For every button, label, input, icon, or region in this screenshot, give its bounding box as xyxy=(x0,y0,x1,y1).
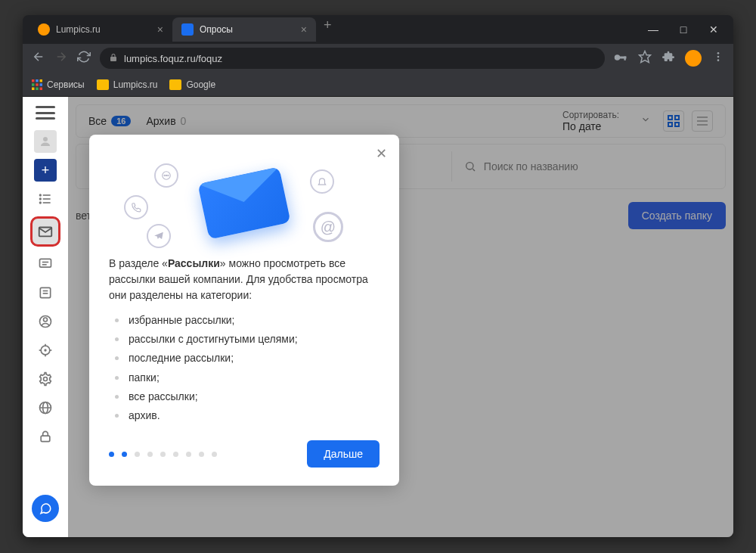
profile-icon[interactable] xyxy=(34,310,57,333)
profile-avatar[interactable] xyxy=(685,50,702,67)
favicon-orange xyxy=(38,23,50,36)
tab-close[interactable]: × xyxy=(157,23,163,36)
lock-icon xyxy=(109,53,118,64)
titlebar: Lumpics.ru × Опросы × + — □ ✕ xyxy=(23,15,733,44)
svg-rect-33 xyxy=(40,259,51,267)
sidebar: + xyxy=(23,97,68,537)
tab-foquz[interactable]: Опросы × xyxy=(172,17,316,42)
minimize-button[interactable]: — xyxy=(646,23,661,36)
user-icon[interactable] xyxy=(34,130,57,153)
dot[interactable] xyxy=(135,452,140,457)
apps-label: Сервисы xyxy=(47,79,85,90)
bookmark-google[interactable]: Google xyxy=(169,79,215,90)
list-item: архив. xyxy=(115,406,380,425)
svg-rect-15 xyxy=(40,87,43,90)
mail-icon[interactable] xyxy=(30,216,60,247)
bookmark-label: Google xyxy=(186,79,215,90)
dot[interactable] xyxy=(173,452,178,457)
svg-rect-11 xyxy=(36,83,39,86)
svg-point-6 xyxy=(717,59,720,61)
svg-rect-2 xyxy=(624,57,626,61)
browser-window: Lumpics.ru × Опросы × + — □ ✕ xyxy=(23,15,733,537)
dot[interactable] xyxy=(122,452,127,457)
speech-icon xyxy=(154,163,178,188)
svg-point-40 xyxy=(44,318,48,322)
svg-point-53 xyxy=(164,175,165,176)
tab-lumpics[interactable]: Lumpics.ru × xyxy=(29,17,172,42)
svg-point-25 xyxy=(43,137,48,141)
svg-point-30 xyxy=(40,202,42,203)
apps-button[interactable]: Сервисы xyxy=(32,79,85,90)
onboarding-modal: ✕ @ В разделе «Рас xyxy=(89,135,399,486)
phone-icon xyxy=(124,195,148,219)
svg-rect-12 xyxy=(40,83,43,86)
folder-icon xyxy=(97,79,109,90)
dot[interactable] xyxy=(109,452,114,457)
dot[interactable] xyxy=(160,452,166,457)
modal-text: В разделе «Рассылки» можно просмотреть в… xyxy=(109,256,380,303)
svg-point-28 xyxy=(40,198,42,200)
svg-point-55 xyxy=(168,175,169,176)
tab-label: Опросы xyxy=(200,24,233,35)
page: Все 16 Архив 0 Сортировать: По дате xyxy=(23,97,733,537)
svg-rect-13 xyxy=(32,87,35,90)
list-item: рассылки с достигнутыми целями; xyxy=(115,330,380,349)
svg-point-4 xyxy=(717,52,720,54)
tab-close[interactable]: × xyxy=(301,23,307,36)
bell-icon xyxy=(310,169,334,194)
support-chat-button[interactable] xyxy=(32,495,59,522)
address-bar: lumpics.foquz.ru/foquz xyxy=(23,44,733,73)
list-item: все рассылки; xyxy=(115,387,380,406)
target-icon[interactable] xyxy=(34,339,57,362)
svg-point-5 xyxy=(717,56,720,58)
svg-point-42 xyxy=(45,350,46,351)
favicon-blue xyxy=(181,23,194,36)
svg-rect-7 xyxy=(32,79,35,82)
at-icon: @ xyxy=(313,212,343,242)
add-button[interactable]: + xyxy=(34,159,57,182)
settings-icon[interactable] xyxy=(34,368,57,390)
svg-point-0 xyxy=(615,54,621,61)
envelope-icon xyxy=(197,166,290,239)
maximize-button[interactable]: □ xyxy=(676,23,691,36)
menu-toggle[interactable] xyxy=(36,106,55,120)
modal-footer: Дальше xyxy=(109,440,380,468)
addr-right xyxy=(614,50,724,67)
list-icon[interactable] xyxy=(34,188,57,210)
dot[interactable] xyxy=(147,452,153,457)
list-item: последние рассылки; xyxy=(115,349,380,368)
tab-label: Lumpics.ru xyxy=(56,24,101,35)
globe-icon[interactable] xyxy=(34,396,57,419)
extensions-icon[interactable] xyxy=(662,51,674,66)
url-text: lumpics.foquz.ru/foquz xyxy=(124,53,222,64)
folder-icon xyxy=(169,79,181,90)
news-icon[interactable] xyxy=(34,281,57,304)
bookmarks-bar: Сервисы Lumpics.ru Google xyxy=(23,73,733,97)
chat-icon[interactable] xyxy=(34,253,57,275)
new-tab-button[interactable]: + xyxy=(324,17,332,42)
modal-illustration: @ xyxy=(109,150,380,256)
reload-button[interactable] xyxy=(77,50,91,67)
next-button[interactable]: Дальше xyxy=(307,440,380,468)
svg-marker-3 xyxy=(640,51,651,63)
svg-point-26 xyxy=(40,194,42,196)
modal-list: избранные рассылки; рассылки с достигнут… xyxy=(109,311,380,425)
lock-icon[interactable] xyxy=(34,425,57,448)
step-dots xyxy=(109,452,217,457)
dot[interactable] xyxy=(212,452,217,457)
back-button[interactable] xyxy=(32,50,45,67)
url-field[interactable]: lumpics.foquz.ru/foquz xyxy=(100,48,605,69)
close-button[interactable]: ✕ xyxy=(706,23,721,36)
forward-button[interactable] xyxy=(54,50,68,67)
window-controls: — □ ✕ xyxy=(646,23,721,36)
svg-rect-51 xyxy=(41,436,50,442)
bookmark-lumpics[interactable]: Lumpics.ru xyxy=(97,79,158,90)
star-icon[interactable] xyxy=(638,50,652,67)
tabs: Lumpics.ru × Опросы × + xyxy=(29,17,646,42)
menu-icon[interactable] xyxy=(712,51,724,66)
svg-point-54 xyxy=(166,175,166,176)
dot[interactable] xyxy=(199,452,204,457)
key-icon[interactable] xyxy=(614,51,627,65)
telegram-icon xyxy=(147,224,171,248)
dot[interactable] xyxy=(186,452,191,457)
